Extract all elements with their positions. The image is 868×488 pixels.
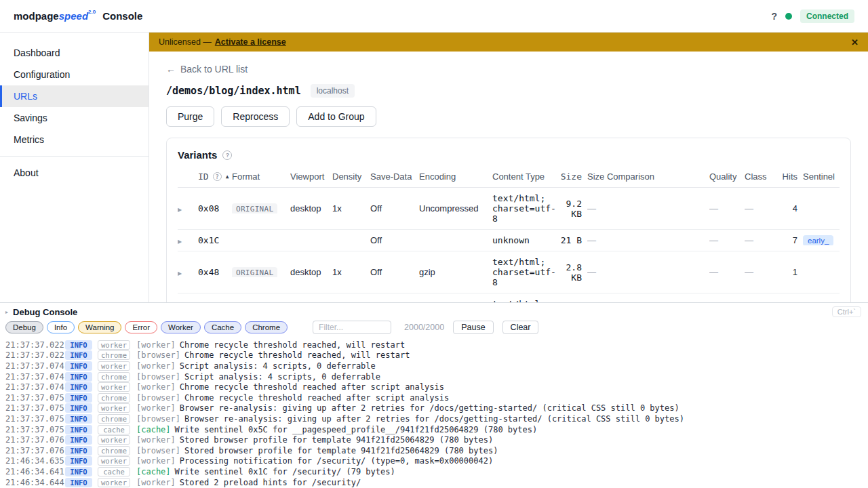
- sidebar: Dashboard Configuration URLs Savings Met…: [0, 33, 149, 302]
- log-level-badge: INFO: [65, 382, 92, 392]
- log-source-badge: chrome: [98, 446, 130, 455]
- console-collapse-icon[interactable]: ▸: [5, 309, 8, 315]
- add-to-group-button[interactable]: Add to Group: [296, 106, 376, 127]
- table-row[interactable]: ▶ 0x88 ORIGINAL desktop 1x Off brotli te…: [178, 293, 840, 302]
- col-encoding[interactable]: Encoding: [419, 171, 492, 182]
- log-timestamp: 21:37:37.075: [5, 414, 65, 424]
- log-source-badge: worker: [98, 382, 130, 392]
- log-line: 21:37:37.074INFOworker[worker]Chrome rec…: [5, 382, 868, 392]
- col-size[interactable]: Size: [560, 171, 587, 182]
- help-icon[interactable]: ?: [771, 11, 777, 22]
- content-type-cell: text/html; charset=utf-8: [492, 257, 560, 287]
- log-timestamp: 21:37:37.022: [5, 350, 65, 360]
- log-message: Chrome recycle threshold reached, will r…: [180, 340, 405, 350]
- connection-status-badge: Connected: [800, 9, 854, 23]
- log-filter-input[interactable]: [313, 321, 391, 334]
- back-to-url-list-link[interactable]: ← Back to URL list: [166, 64, 851, 75]
- log-list[interactable]: 21:37:37.022INFOworker[worker]Chrome rec…: [0, 338, 868, 488]
- log-line: 21:37:37.022INFOworker[worker]Chrome rec…: [5, 340, 868, 350]
- col-sentinel[interactable]: Sentinel: [803, 171, 837, 182]
- log-level-badge: INFO: [65, 393, 92, 403]
- log-timestamp: 21:46:34.641: [5, 467, 65, 476]
- pause-button[interactable]: Pause: [453, 321, 493, 334]
- col-density[interactable]: Density: [332, 171, 370, 182]
- col-viewport[interactable]: Viewport: [290, 171, 332, 182]
- log-line: 21:37:37.022INFOchrome[browser]Chrome re…: [5, 350, 868, 361]
- variants-help-icon[interactable]: ?: [222, 150, 232, 160]
- reprocess-button[interactable]: Reprocess: [221, 106, 290, 127]
- table-row[interactable]: ▶ 0x48 ORIGINAL desktop 1x Off gzip text…: [178, 251, 840, 293]
- log-message: Chrome recycle threshold reached, will r…: [184, 350, 410, 360]
- filter-pill-worker[interactable]: Worker: [161, 321, 201, 333]
- sidebar-item-configuration[interactable]: Configuration: [0, 64, 149, 85]
- log-timestamp: 21:37:37.074: [5, 382, 65, 392]
- filter-pill-error[interactable]: Error: [125, 321, 157, 333]
- log-prefix: [worker]: [136, 435, 176, 445]
- clear-button[interactable]: Clear: [502, 321, 539, 334]
- table-row[interactable]: ▶ 0x1C Off unknown 21 B — — —: [178, 230, 840, 251]
- sidebar-item-urls[interactable]: URLs: [0, 85, 149, 107]
- log-source-badge: worker: [98, 340, 130, 350]
- col-hits[interactable]: Hits: [776, 171, 803, 182]
- log-timestamp: 21:37:37.076: [5, 435, 65, 445]
- log-line: 21:37:37.075INFOchrome[browser]Chrome re…: [5, 392, 868, 403]
- col-format[interactable]: Format: [232, 171, 290, 182]
- log-prefix: [browser]: [136, 350, 180, 360]
- col-id[interactable]: ID: [198, 171, 209, 182]
- banner-close-icon[interactable]: ✕: [851, 37, 859, 47]
- sidebar-item-savings[interactable]: Savings: [0, 107, 149, 129]
- save-data-cell: Off: [370, 203, 419, 214]
- log-level-badge: INFO: [65, 425, 92, 434]
- log-message: Browser re-analysis: giving up after 2 r…: [180, 403, 679, 413]
- variant-id: 0x1C: [198, 235, 232, 245]
- filter-pill-chrome[interactable]: Chrome: [245, 321, 288, 333]
- purge-button[interactable]: Purge: [166, 106, 214, 127]
- activate-license-link[interactable]: Activate a license: [215, 37, 286, 47]
- row-expand-icon[interactable]: ▶: [178, 239, 182, 245]
- content-type-cell: text/html; charset=utf-8: [492, 193, 560, 224]
- sidebar-item-dashboard[interactable]: Dashboard: [0, 42, 149, 64]
- format-badge: ORIGINAL: [232, 203, 277, 214]
- log-message: Stored browser profile for template 941f…: [184, 446, 498, 455]
- log-line: 21:46:34.641INFOcache[cache]Write sentin…: [5, 466, 868, 477]
- log-prefix: [cache]: [136, 467, 171, 476]
- id-help-icon[interactable]: ?: [213, 172, 222, 181]
- col-content-type[interactable]: Content Type: [492, 171, 560, 182]
- log-source-badge: chrome: [98, 393, 130, 403]
- log-source-badge: worker: [98, 361, 130, 371]
- log-line: 21:46:34.635INFOworker[worker]Processing…: [5, 456, 868, 467]
- logo-part1: modpage: [14, 10, 59, 22]
- table-row[interactable]: ▶ 0x08 ORIGINAL desktop 1x Off Uncompres…: [178, 188, 840, 230]
- log-prefix: [worker]: [136, 456, 176, 466]
- filter-pill-debug[interactable]: Debug: [5, 321, 43, 333]
- log-message: Stored 2 preload hints for /security/: [180, 478, 361, 487]
- sidebar-item-metrics[interactable]: Metrics: [0, 129, 149, 150]
- log-timestamp: 21:37:37.074: [5, 372, 65, 382]
- quality-cell: —: [709, 235, 745, 245]
- col-size-comparison[interactable]: Size Comparison: [587, 171, 709, 182]
- sidebar-item-about[interactable]: About: [0, 162, 149, 184]
- save-data-cell: Off: [370, 267, 419, 277]
- top-bar: modpagespeed2.0 Console ? Connected: [0, 0, 868, 33]
- filter-pill-cache[interactable]: Cache: [204, 321, 241, 333]
- row-expand-icon[interactable]: ▶: [178, 270, 182, 277]
- filter-pill-warning[interactable]: Warning: [78, 321, 121, 333]
- col-quality[interactable]: Quality: [709, 171, 745, 182]
- log-timestamp: 21:46:34.644: [5, 478, 65, 487]
- log-line: 21:37:37.075INFOchrome[browser]Browser r…: [5, 413, 868, 424]
- log-source-badge: worker: [98, 478, 130, 487]
- variants-card: Variants ? ID ? ▲ Format Viewport Densit…: [166, 138, 851, 302]
- col-class[interactable]: Class: [745, 171, 776, 182]
- filter-pill-info[interactable]: Info: [47, 321, 75, 333]
- log-level-badge: INFO: [65, 478, 92, 487]
- quality-cell: —: [709, 267, 745, 277]
- density-cell: 1x: [332, 267, 370, 277]
- viewport-cell: desktop: [290, 267, 332, 277]
- sort-asc-icon[interactable]: ▲: [226, 174, 229, 180]
- log-prefix: [worker]: [136, 478, 176, 487]
- log-line: 21:37:37.074INFOworker[worker]Script ana…: [5, 361, 868, 371]
- size-comparison-cell: —: [587, 203, 709, 214]
- col-save-data[interactable]: Save-Data: [370, 171, 419, 182]
- row-expand-icon[interactable]: ▶: [178, 207, 182, 213]
- encoding-cell: Uncompressed: [419, 203, 492, 214]
